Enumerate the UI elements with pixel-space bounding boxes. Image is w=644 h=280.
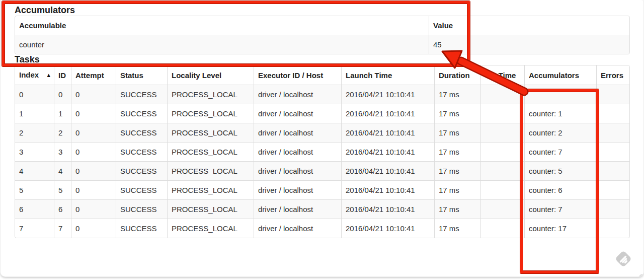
task-duration-cell: 17 ms: [434, 85, 480, 104]
task-duration-cell: 17 ms: [434, 219, 480, 238]
task-executor-cell: driver / localhost: [254, 199, 341, 219]
accumulator-row: counter 45: [15, 35, 629, 54]
task-accumulators-cell: counter: 1: [524, 104, 596, 123]
task-index-cell: 7: [15, 219, 54, 238]
task-errors-cell: [596, 142, 629, 161]
task-attempt-cell: 0: [71, 219, 116, 238]
task-gc-time-cell: [480, 123, 524, 142]
task-accumulators-cell: counter: 5: [524, 161, 596, 180]
task-duration-cell: 17 ms: [434, 161, 480, 180]
task-launch-time-cell: 2016/04/21 10:10:41: [341, 123, 434, 142]
accumulators-table: Accumulable Value counter 45: [15, 16, 630, 54]
task-row: 2 2 0 SUCCESS PROCESS_LOCAL driver / loc…: [15, 123, 629, 142]
accumulable-column-header: Accumulable: [15, 16, 429, 35]
task-status-cell: SUCCESS: [116, 123, 167, 142]
task-gc-time-cell: [480, 142, 524, 161]
task-row: 6 6 0 SUCCESS PROCESS_LOCAL driver / loc…: [15, 199, 629, 219]
task-index-cell: 2: [15, 123, 54, 142]
index-header-label: Index: [19, 71, 39, 79]
task-id-cell: 7: [54, 219, 71, 238]
task-locality-cell: PROCESS_LOCAL: [167, 180, 254, 199]
task-index-cell: 0: [15, 85, 54, 104]
task-accumulators-cell: counter: 17: [524, 219, 596, 238]
task-row: 3 3 0 SUCCESS PROCESS_LOCAL driver / loc…: [15, 142, 629, 161]
duration-column-header[interactable]: Duration: [434, 65, 480, 85]
task-status-cell: SUCCESS: [116, 199, 167, 219]
task-status-cell: SUCCESS: [116, 219, 167, 238]
locality-level-column-header[interactable]: Locality Level: [167, 65, 254, 85]
task-launch-time-cell: 2016/04/21 10:10:41: [341, 104, 434, 123]
id-column-header[interactable]: ID: [54, 65, 71, 85]
task-attempt-cell: 0: [71, 142, 116, 161]
task-executor-cell: driver / localhost: [254, 85, 341, 104]
task-accumulators-cell: counter: 7: [524, 199, 596, 219]
task-attempt-cell: 0: [71, 85, 116, 104]
task-gc-time-cell: [480, 85, 524, 104]
task-attempt-cell: 0: [71, 104, 116, 123]
task-locality-cell: PROCESS_LOCAL: [167, 142, 254, 161]
task-accumulators-cell: counter: 2: [524, 123, 596, 142]
task-duration-cell: 17 ms: [434, 180, 480, 199]
task-duration-cell: 17 ms: [434, 142, 480, 161]
accumulators-column-header[interactable]: Accumulators: [524, 65, 596, 85]
task-locality-cell: PROCESS_LOCAL: [167, 199, 254, 219]
task-executor-cell: driver / localhost: [254, 161, 341, 180]
task-gc-time-cell: [480, 104, 524, 123]
task-status-cell: SUCCESS: [116, 104, 167, 123]
gc-time-column-header[interactable]: GC Time: [480, 65, 524, 85]
task-status-cell: SUCCESS: [116, 161, 167, 180]
task-attempt-cell: 0: [71, 161, 116, 180]
task-launch-time-cell: 2016/04/21 10:10:41: [341, 85, 434, 104]
task-gc-time-cell: [480, 180, 524, 199]
stripes-diamond-watermark-icon: [613, 249, 633, 269]
task-row: 1 1 0 SUCCESS PROCESS_LOCAL driver / loc…: [15, 104, 629, 123]
task-gc-time-cell: [480, 161, 524, 180]
index-column-header[interactable]: Index▲: [15, 65, 54, 85]
task-accumulators-cell: counter: 6: [524, 180, 596, 199]
task-executor-cell: driver / localhost: [254, 180, 341, 199]
executor-id-host-column-header[interactable]: Executor ID / Host: [254, 65, 341, 85]
task-id-cell: 6: [54, 199, 71, 219]
task-launch-time-cell: 2016/04/21 10:10:41: [341, 180, 434, 199]
task-id-cell: 0: [54, 85, 71, 104]
task-gc-time-cell: [480, 219, 524, 238]
task-errors-cell: [596, 199, 629, 219]
tasks-section-title: Tasks: [15, 54, 629, 65]
launch-time-column-header[interactable]: Launch Time: [341, 65, 434, 85]
tasks-header-row: Index▲ ID Attempt Status Locality Level …: [15, 65, 629, 85]
task-executor-cell: driver / localhost: [254, 104, 341, 123]
task-launch-time-cell: 2016/04/21 10:10:41: [341, 219, 434, 238]
task-row: 5 5 0 SUCCESS PROCESS_LOCAL driver / loc…: [15, 180, 629, 199]
task-errors-cell: [596, 85, 629, 104]
task-index-cell: 6: [15, 199, 54, 219]
task-executor-cell: driver / localhost: [254, 123, 341, 142]
task-index-cell: 1: [15, 104, 54, 123]
accumulators-section-title: Accumulators: [15, 5, 629, 16]
task-id-cell: 5: [54, 180, 71, 199]
task-index-cell: 5: [15, 180, 54, 199]
task-executor-cell: driver / localhost: [254, 219, 341, 238]
task-id-cell: 1: [54, 104, 71, 123]
task-duration-cell: 17 ms: [434, 104, 480, 123]
task-locality-cell: PROCESS_LOCAL: [167, 161, 254, 180]
task-launch-time-cell: 2016/04/21 10:10:41: [341, 142, 434, 161]
task-launch-time-cell: 2016/04/21 10:10:41: [341, 199, 434, 219]
errors-column-header[interactable]: Errors: [596, 65, 629, 85]
task-status-cell: SUCCESS: [116, 85, 167, 104]
task-status-cell: SUCCESS: [116, 142, 167, 161]
task-status-cell: SUCCESS: [116, 180, 167, 199]
spark-ui-stage-page: Accumulators Accumulable Value counter 4…: [1, 0, 643, 276]
attempt-column-header[interactable]: Attempt: [71, 65, 116, 85]
task-index-cell: 3: [15, 142, 54, 161]
task-locality-cell: PROCESS_LOCAL: [167, 123, 254, 142]
task-id-cell: 4: [54, 161, 71, 180]
status-column-header[interactable]: Status: [116, 65, 167, 85]
task-duration-cell: 17 ms: [434, 199, 480, 219]
accumulable-name-cell: counter: [15, 35, 429, 54]
accumulable-value-cell: 45: [429, 35, 629, 54]
sort-ascending-icon[interactable]: ▲: [46, 72, 51, 78]
task-id-cell: 2: [54, 123, 71, 142]
task-launch-time-cell: 2016/04/21 10:10:41: [341, 161, 434, 180]
task-accumulators-cell: counter: 7: [524, 142, 596, 161]
task-errors-cell: [596, 104, 629, 123]
